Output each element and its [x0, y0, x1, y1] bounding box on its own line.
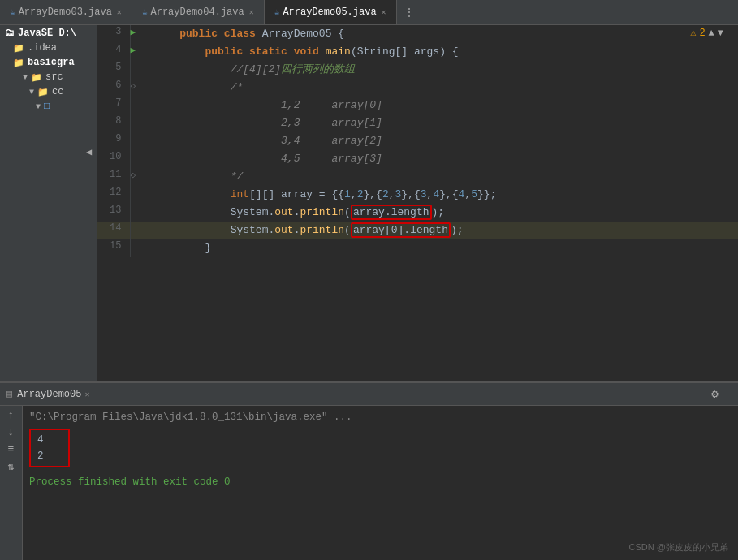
align2-button[interactable]: ⇅ — [8, 460, 15, 473]
console-process-line: Process finished with exit code 0 — [29, 474, 732, 490]
code-line: System.out.println(array[0].length); — [148, 222, 738, 239]
line-number: 3 — [97, 25, 130, 43]
tab-arraydemo03[interactable]: ☕ ArrayDemo03.java ✕ — [0, 0, 132, 24]
main-area: 🗂 JavaSE D:\ 📁 .idea 📁 basicgra ▼ 📁 src … — [0, 25, 738, 381]
line-number: 12 — [97, 186, 130, 204]
editor-pane: ⚠ 2 ▲ ▼ 3 ▶ public class ArrayDemo05 { — [97, 25, 738, 381]
table-row: 8 2,3 array[1] — [97, 114, 738, 132]
table-row: 15 } — [97, 239, 738, 257]
bookmark-icon-2: ◇ — [131, 170, 136, 180]
more-tabs-button[interactable]: ⋮ — [397, 2, 421, 23]
code-line: public class ArrayDemo05 { — [148, 25, 738, 43]
folder-icon-cc: 📁 — [37, 87, 49, 97]
tab-arraydemo04[interactable]: ☕ ArrayDemo04.java ✕ — [132, 0, 265, 24]
folder-arrow-src: ▼ — [23, 73, 28, 82]
code-line: /* — [148, 79, 738, 97]
gutter: ▶ — [130, 25, 148, 43]
tab-close-05[interactable]: ✕ — [382, 7, 386, 17]
collapse-button[interactable]: ◀ — [86, 146, 92, 158]
line-number: 6 — [97, 79, 130, 97]
table-row: 7 1,2 array[0] — [97, 97, 738, 114]
folder-arrow-cc: ▼ — [29, 88, 34, 97]
console-icon: ▤ — [6, 388, 12, 400]
table-row: 5 //[4][2]四行两列的数组 — [97, 61, 738, 79]
code-table: 3 ▶ public class ArrayDemo05 { 4 ▶ publi… — [97, 25, 738, 257]
console-minimize-icon[interactable]: — — [725, 387, 732, 401]
watermark: CSDN @张皮皮的小兄弟 — [629, 541, 728, 554]
console-gear-icon[interactable]: ⚙ — [711, 387, 718, 401]
line-number: 10 — [97, 150, 130, 168]
sidebar-item-file[interactable]: ▼ □ — [0, 99, 97, 114]
console-command-line: "C:\Program Files\Java\jdk1.8.0_131\bin\… — [29, 409, 732, 425]
gutter — [130, 204, 148, 222]
code-line: int[][] array = {{1,2},{2,3},{3,4},{4,5}… — [148, 186, 738, 204]
code-line: */ — [148, 168, 738, 186]
sidebar-item-idea[interactable]: 📁 .idea — [0, 41, 97, 55]
code-line: 1,2 array[0] — [148, 97, 738, 114]
align-button[interactable]: ≡ — [8, 443, 15, 455]
folder-icon-src: 📁 — [31, 72, 42, 83]
table-row: 13 System.out.println(array.length); — [97, 204, 738, 222]
gutter — [130, 61, 148, 79]
sidebar-item-javase[interactable]: 🗂 JavaSE D:\ — [0, 25, 97, 41]
console-output-box: 4 2 — [29, 429, 732, 467]
table-row: 9 3,4 array[2] — [97, 132, 738, 150]
folder-arrow-file: ▼ — [36, 102, 41, 111]
gutter: ◇ — [130, 79, 148, 97]
sidebar-item-basicgra[interactable]: 📁 basicgra — [0, 55, 97, 70]
sidebar-item-cc[interactable]: ▼ 📁 cc — [0, 84, 97, 99]
bookmark-icon: ◇ — [131, 81, 136, 91]
line-number: 11 — [97, 168, 130, 186]
line-number: 15 — [97, 239, 130, 257]
code-area[interactable]: 3 ▶ public class ArrayDemo05 { 4 ▶ publi… — [97, 25, 738, 381]
line-number: 5 — [97, 61, 130, 79]
gutter: ◇ — [130, 168, 148, 186]
gutter — [130, 222, 148, 239]
table-row: 11 ◇ */ — [97, 168, 738, 186]
gutter — [130, 150, 148, 168]
run-icon[interactable]: ▶ — [131, 28, 136, 37]
tab-arraydemo05[interactable]: ☕ ArrayDemo05.java ✕ — [265, 0, 397, 24]
console-body: ↑ ↓ ≡ ⇅ "C:\Program Files\Java\jdk1.8.0_… — [0, 406, 738, 560]
console-actions: ⚙ — — [711, 387, 732, 401]
line-number: 4 — [97, 43, 130, 61]
table-row: 14 System.out.println(array[0].length); — [97, 222, 738, 239]
tab-bar: ☕ ArrayDemo03.java ✕ ☕ ArrayDemo04.java … — [0, 0, 738, 25]
folder-icon-basicgra: 📁 — [13, 58, 24, 68]
code-line: System.out.println(array.length); — [148, 204, 738, 222]
java-icon-3: ☕ — [274, 7, 280, 18]
console-header: ▤ ArrayDemo05 ✕ ⚙ — — [0, 383, 738, 406]
table-row: 12 int[][] array = {{1,2},{2,3},{3,4},{4… — [97, 186, 738, 204]
line-number: 8 — [97, 114, 130, 132]
gutter — [130, 239, 148, 257]
code-line: 2,3 array[1] — [148, 114, 738, 132]
table-row: 4 ▶ public static void main(String[] arg… — [97, 43, 738, 61]
console-gutter: ↑ ↓ ≡ ⇅ — [0, 406, 23, 560]
table-row: 10 4,5 array[3] — [97, 150, 738, 168]
java-icon-2: ☕ — [142, 7, 148, 18]
code-line: //[4][2]四行两列的数组 — [148, 61, 738, 79]
output-line-1: 4 — [37, 432, 62, 448]
gutter — [130, 132, 148, 150]
file-icon: □ — [44, 101, 50, 112]
gutter — [130, 186, 148, 204]
run-icon-2[interactable]: ▶ — [131, 45, 136, 55]
code-line: 3,4 array[2] — [148, 132, 738, 150]
scroll-up-button[interactable]: ↑ — [8, 409, 15, 421]
sidebar: 🗂 JavaSE D:\ 📁 .idea 📁 basicgra ▼ 📁 src … — [0, 25, 97, 381]
line-number: 7 — [97, 97, 130, 114]
gutter: ▶ — [130, 43, 148, 61]
java-icon: ☕ — [10, 7, 15, 18]
sidebar-item-src[interactable]: ▼ 📁 src — [0, 70, 97, 84]
line-number: 9 — [97, 132, 130, 150]
scroll-down-button[interactable]: ↓ — [8, 426, 15, 438]
table-row: 3 ▶ public class ArrayDemo05 { — [97, 25, 738, 43]
tab-close-04[interactable]: ✕ — [249, 7, 254, 17]
console-panel: ▤ ArrayDemo05 ✕ ⚙ — ↑ ↓ ≡ ⇅ "C:\Program … — [0, 381, 738, 560]
console-tab-close[interactable]: ✕ — [84, 390, 89, 399]
folder-icon-idea: 📁 — [13, 43, 24, 54]
tab-close-03[interactable]: ✕ — [117, 7, 122, 17]
project-icon: 🗂 — [5, 27, 15, 39]
table-row: 6 ◇ /* — [97, 79, 738, 97]
console-tab[interactable]: ArrayDemo05 ✕ — [17, 389, 89, 400]
